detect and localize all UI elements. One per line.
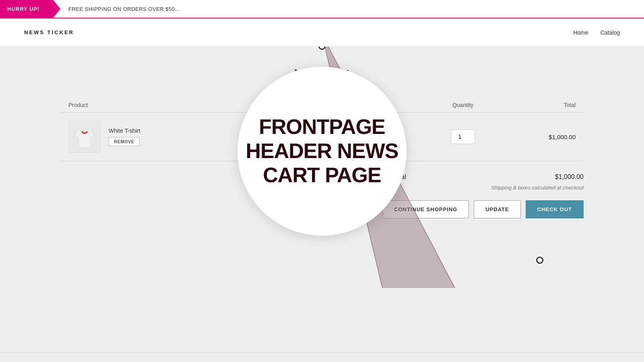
header: NEWS TICKER Home Catalog xyxy=(0,19,644,47)
product-image xyxy=(68,121,101,153)
col-product: Product xyxy=(68,102,262,108)
quantity-input[interactable] xyxy=(451,130,475,144)
cart-container: Product Quantity Total xyxy=(60,98,584,218)
site-logo: NEWS TICKER xyxy=(24,29,74,35)
checkout-button[interactable]: CHECK OUT xyxy=(526,200,584,218)
cart-table-header: Product Quantity Total xyxy=(60,98,584,113)
footer: Search xyxy=(0,352,644,362)
table-row: White T-shirt REMOVE $1,000.00 xyxy=(60,113,584,161)
page-title: Your cart xyxy=(24,67,620,82)
cart-items: White T-shirt REMOVE $1,000.00 xyxy=(60,113,584,161)
top-dot xyxy=(318,47,326,50)
main-nav: Home Catalog xyxy=(573,29,620,36)
main-content: Your cart Product Quantity Total xyxy=(0,47,644,352)
item-total: $1,000.00 xyxy=(503,134,584,140)
update-button[interactable]: UPDATE xyxy=(474,200,520,218)
svg-marker-0 xyxy=(74,129,95,148)
subtotal-row: Subtotal $1,000.00 xyxy=(382,173,584,181)
product-cell: White T-shirt REMOVE xyxy=(68,121,262,153)
nav-catalog[interactable]: Catalog xyxy=(601,29,620,36)
cart-summary: Subtotal $1,000.00 Shipping & taxes calc… xyxy=(60,173,584,218)
hurry-badge: HURRY UP! xyxy=(0,0,60,18)
cart-actions: CONTINUE SHOPPING UPDATE CHECK OUT xyxy=(382,200,584,218)
summary-block: Subtotal $1,000.00 Shipping & taxes calc… xyxy=(382,173,584,218)
subtotal-value: $1,000.00 xyxy=(555,173,584,181)
subtotal-label: Subtotal xyxy=(382,173,406,181)
bottom-dot xyxy=(536,257,543,264)
product-name: White T-shirt xyxy=(109,128,140,134)
col-empty xyxy=(262,102,423,108)
continue-shopping-button[interactable]: CONTINUE SHOPPING xyxy=(382,200,469,218)
col-quantity: Quantity xyxy=(423,102,503,108)
announcement-bar: HURRY UP! FREE SHIPPING ON ORDERS OVER $… xyxy=(0,0,644,19)
product-info: White T-shirt REMOVE xyxy=(109,128,140,146)
col-total: Total xyxy=(503,102,584,108)
remove-button[interactable]: REMOVE xyxy=(109,137,140,146)
nav-home[interactable]: Home xyxy=(573,29,588,36)
announcement-text: FREE SHIPPING ON ORDERS OVER $50... xyxy=(60,6,180,12)
shipping-note: Shipping & taxes calculated at checkout xyxy=(382,185,584,191)
quantity-cell xyxy=(423,130,503,144)
